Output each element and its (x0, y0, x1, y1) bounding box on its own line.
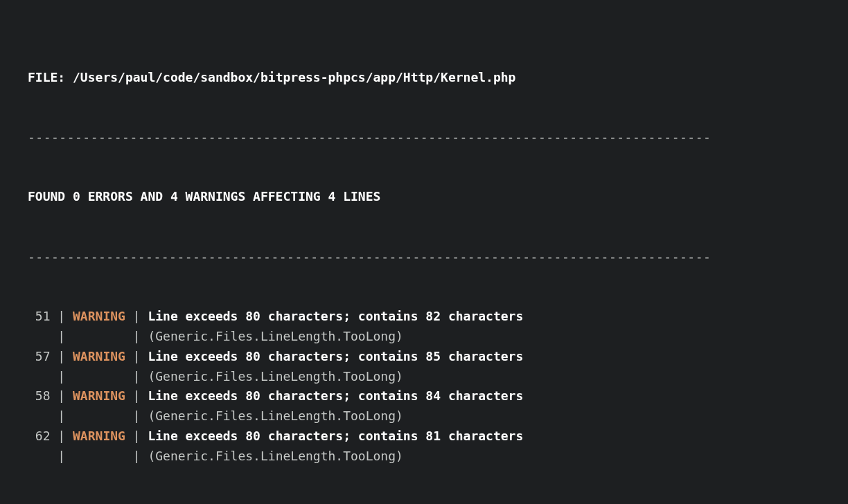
line-number: 51 (28, 309, 51, 323)
terminal-output: FILE: /Users/paul/code/sandbox/bitpress-… (28, 28, 820, 504)
warning-row: 51 | WARNING | Line exceeds 80 character… (28, 307, 820, 327)
pipe-separator: | (51, 429, 73, 443)
warning-rule: (Generic.Files.LineLength.TooLong) (148, 369, 403, 384)
pipe-separator: | (125, 449, 148, 463)
line-number: 57 (28, 349, 51, 363)
pipe-separator: | (51, 329, 73, 343)
file-label: FILE: (28, 70, 73, 84)
warning-rule-row: | | (Generic.Files.LineLength.TooLong) (28, 327, 820, 347)
divider-line: ----------------------------------------… (28, 127, 820, 147)
pipe-separator: | (51, 449, 73, 463)
pipe-separator: | (125, 329, 148, 343)
warning-level: WARNING (73, 388, 125, 403)
pipe-separator: | (125, 369, 148, 384)
warning-level: WARNING (73, 309, 125, 323)
pipe-separator: | (125, 429, 148, 443)
warning-level: WARNING (73, 349, 125, 363)
file-path: /Users/paul/code/sandbox/bitpress-phpcs/… (73, 70, 515, 84)
pipe-separator: | (51, 388, 73, 403)
warning-rule-row: | | (Generic.Files.LineLength.TooLong) (28, 406, 820, 426)
warning-level: WARNING (73, 429, 125, 443)
file-header: FILE: /Users/paul/code/sandbox/bitpress-… (28, 68, 820, 88)
pipe-separator: | (51, 408, 73, 423)
pipe-separator: | (125, 349, 148, 363)
warning-message: Line exceeds 80 characters; contains 81 … (148, 429, 523, 443)
pipe-separator: | (51, 309, 73, 323)
line-number: 58 (28, 388, 51, 403)
warning-message: Line exceeds 80 characters; contains 82 … (148, 309, 523, 323)
pipe-separator: | (51, 369, 73, 384)
warning-row: 58 | WARNING | Line exceeds 80 character… (28, 386, 820, 406)
warning-message: Line exceeds 80 characters; contains 85 … (148, 349, 523, 363)
warning-rule: (Generic.Files.LineLength.TooLong) (148, 408, 403, 423)
warnings-list: 51 | WARNING | Line exceeds 80 character… (28, 307, 820, 466)
warning-rule: (Generic.Files.LineLength.TooLong) (148, 449, 403, 463)
warning-rule: (Generic.Files.LineLength.TooLong) (148, 329, 403, 343)
warning-rule-row: | | (Generic.Files.LineLength.TooLong) (28, 367, 820, 387)
warning-rule-row: | | (Generic.Files.LineLength.TooLong) (28, 447, 820, 467)
warning-row: 62 | WARNING | Line exceeds 80 character… (28, 426, 820, 447)
warning-row: 57 | WARNING | Line exceeds 80 character… (28, 347, 820, 367)
summary-line: FOUND 0 ERRORS AND 4 WARNINGS AFFECTING … (28, 187, 820, 207)
warning-message: Line exceeds 80 characters; contains 84 … (148, 388, 523, 403)
line-number: 62 (28, 429, 51, 443)
pipe-separator: | (51, 349, 73, 363)
divider-line: ----------------------------------------… (28, 247, 820, 267)
pipe-separator: | (125, 388, 148, 403)
pipe-separator: | (125, 309, 148, 323)
pipe-separator: | (125, 408, 148, 423)
